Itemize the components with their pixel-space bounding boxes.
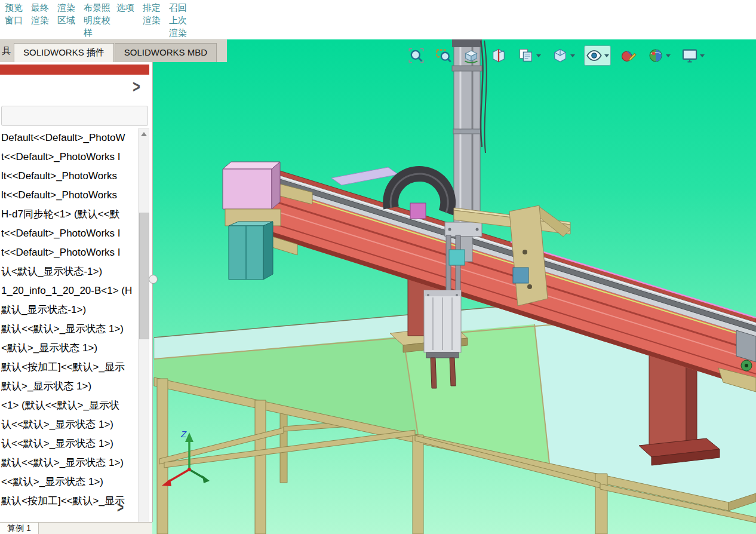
recall-last-render-button[interactable]: 召回 上次 渲染 [169, 1, 189, 39]
scene-illumination-proof-button[interactable]: 布景照 明度校 样 [84, 1, 110, 39]
view-orientation-icon[interactable] [516, 45, 543, 66]
ribbon-label: 明度校 [84, 14, 110, 26]
tree-bottom-expand-chevron-icon[interactable]: > [117, 499, 124, 517]
statusbar: 算例 1 [0, 522, 152, 534]
edit-appearance-icon[interactable] [618, 45, 638, 66]
tree-item[interactable]: 认<<默认>_显示状态 1>) [1, 415, 137, 434]
command-manager-tabbar: 具 SOLIDWORKS 插件 SOLIDWORKS MBD [0, 39, 227, 62]
apply-scene-icon[interactable] [646, 45, 672, 66]
apply-scene-dropdown-caret-icon[interactable] [666, 54, 671, 57]
zoom-to-fit-icon[interactable] [406, 45, 426, 66]
scrollbar-thumb[interactable] [139, 213, 149, 339]
graphics-viewport[interactable]: Z [152, 39, 756, 534]
view-settings-icon[interactable] [680, 45, 706, 66]
zoom-to-area-icon[interactable] [434, 45, 454, 66]
tree-item[interactable]: 默认<按加工]<<默认>_显示 [1, 358, 137, 377]
hide-show-items-dropdown-caret-icon[interactable] [604, 54, 609, 57]
scroll-up-icon[interactable] [139, 129, 149, 139]
tab-solidworks-mbd[interactable]: SOLIDWORKS MBD [115, 43, 217, 62]
section-view-icon[interactable] [488, 45, 509, 66]
panel-expand-chevron-icon[interactable]: > [133, 76, 140, 97]
tree-item[interactable]: 认<默认_显示状态-1>) [1, 262, 137, 281]
tree-item[interactable]: 认<<默认>_显示状态 1>) [1, 434, 137, 453]
alert-bar [0, 65, 149, 75]
ribbon-label: 渲染 [143, 14, 163, 26]
ribbon-label: 预览 [5, 1, 25, 14]
ribbon-label: 渲染 [57, 1, 78, 14]
lavender-plate[interactable] [331, 167, 398, 185]
schedule-render-button[interactable]: 排定 渲染 [143, 1, 163, 39]
render-region-button[interactable]: 渲染 区域 [57, 1, 78, 39]
tree-item[interactable]: <<默认>_显示状态 1>) [1, 472, 137, 492]
tree-item[interactable]: <默认>_显示状态 1>) [1, 339, 137, 358]
render-tools-ribbon: 预览 窗口 最终 渲染 渲染 区域 布景照 明度校 样 选项 排定 渲染 [0, 0, 756, 40]
tree-item[interactable]: lt<<Default>_PhotoWorks [1, 186, 137, 205]
feature-search-box[interactable] [1, 106, 148, 126]
tree-item[interactable]: 默认<<默认>_显示状态 1>) [1, 320, 137, 339]
tree-item[interactable]: t<<Default>_PhotoWorks I [1, 148, 137, 167]
panel-splitter-handle[interactable] [149, 275, 158, 284]
triad-z-label: Z [180, 429, 187, 439]
feature-manager-panel: > Default<<Default>_PhotoW t<<Default>_P… [0, 62, 153, 522]
tree-item[interactable]: Default<<Default>_PhotoW [1, 128, 137, 148]
view-settings-dropdown-caret-icon[interactable] [700, 54, 705, 57]
ribbon-label: 选项 [116, 1, 137, 14]
3d-drawing-view-icon[interactable] [461, 45, 481, 66]
ribbon-items: 预览 窗口 最终 渲染 渲染 区域 布景照 明度校 样 选项 排定 渲染 [5, 1, 189, 39]
final-render-button[interactable]: 最终 渲染 [31, 1, 51, 39]
tree-item[interactable]: 1_20_info_1_20_20-B<1> (H [1, 281, 137, 300]
ribbon-label: 召回 [169, 1, 189, 14]
tree-item[interactable]: <1> (默认<<默认>_显示状 [1, 396, 137, 415]
ribbon-label: 排定 [143, 1, 163, 14]
motion-study-tab[interactable]: 算例 1 [0, 523, 39, 534]
tree-item[interactable]: 默认<<默认>_显示状态 1>) [1, 453, 137, 472]
options-button[interactable]: 选项 [116, 1, 137, 39]
preview-window-button[interactable]: 预览 窗口 [5, 1, 25, 39]
view-orientation-dropdown-caret-icon[interactable] [536, 54, 541, 57]
tree-item[interactable]: 默认_显示状态-1>) [1, 300, 137, 320]
ribbon-label: 布景照 [84, 1, 110, 14]
ribbon-label: 样 [84, 26, 110, 39]
hide-show-items-icon[interactable] [584, 45, 611, 66]
solidworks-window: 预览 窗口 最终 渲染 渲染 区域 布景照 明度校 样 选项 排定 渲染 [0, 0, 756, 534]
3d-model-canvas[interactable]: Z [152, 39, 756, 534]
heads-up-view-toolbar [406, 45, 706, 66]
ribbon-label: 窗口 [5, 14, 25, 26]
tree-item[interactable]: t<<Default>_PhotoWorks I [1, 224, 137, 243]
tree-scrollbar[interactable] [138, 128, 149, 522]
tree-item[interactable]: t<<Default>_PhotoWorks I [1, 243, 137, 262]
feature-tree: Default<<Default>_PhotoW t<<Default>_Pho… [1, 128, 137, 522]
ribbon-label: 上次 [169, 14, 189, 26]
display-style-icon[interactable] [550, 45, 577, 66]
display-style-dropdown-caret-icon[interactable] [570, 54, 575, 57]
ribbon-label: 渲染 [169, 26, 189, 39]
tree-item[interactable]: H-d7同步轮<1> (默认<<默 [1, 205, 137, 224]
ribbon-label: 渲染 [31, 14, 51, 26]
ribbon-label: 最终 [31, 1, 51, 14]
tab-solidworks-addins[interactable]: SOLIDWORKS 插件 [14, 43, 114, 62]
vertical-mast[interactable] [445, 39, 487, 262]
ribbon-label: 区域 [57, 14, 78, 26]
tabbar-leading-label: 具 [0, 45, 14, 62]
tree-item[interactable]: lt<<Default>_PhotoWorks [1, 167, 137, 186]
tree-item[interactable]: 默认>_显示状态 1>) [1, 377, 137, 396]
